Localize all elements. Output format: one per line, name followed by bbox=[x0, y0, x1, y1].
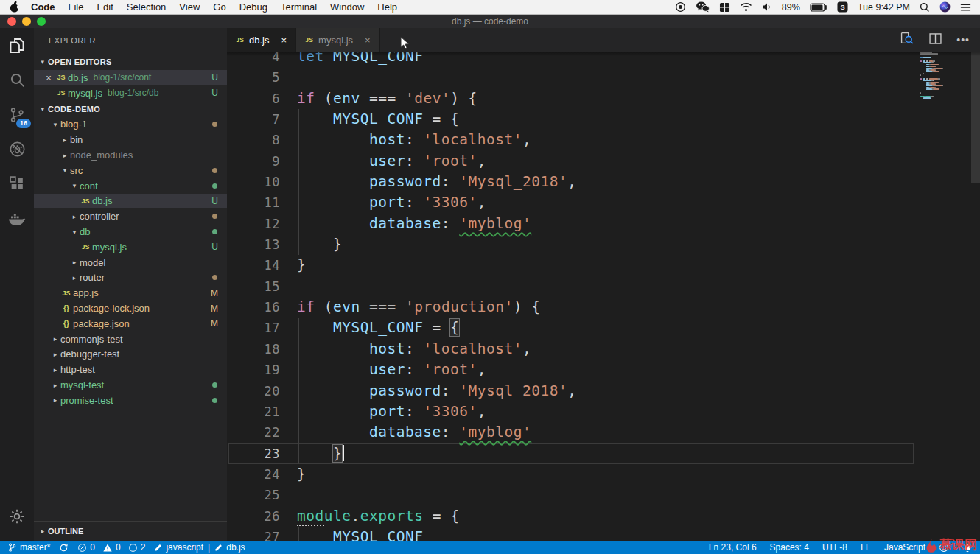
tree-folder-model[interactable]: ▸model bbox=[34, 255, 227, 270]
tree-file-package-lock-json[interactable]: {}package-lock.jsonM bbox=[34, 301, 227, 316]
volume-icon[interactable] bbox=[762, 2, 772, 12]
sync-icon[interactable] bbox=[59, 543, 69, 553]
problems-indicator[interactable]: 0 0 2 bbox=[77, 542, 145, 553]
code-line-4[interactable]: 4let MYSQL_CONF bbox=[227, 52, 980, 67]
source-control-icon[interactable]: 16 bbox=[0, 97, 34, 132]
debug-disabled-icon[interactable] bbox=[0, 132, 34, 166]
code-line-21[interactable]: 21 port: '3306', bbox=[227, 402, 980, 422]
feedback-smiley-icon[interactable] bbox=[939, 542, 949, 553]
tree-file-mysql-js[interactable]: JSmysql.jsU bbox=[34, 239, 227, 255]
menu-edit[interactable]: Edit bbox=[90, 1, 119, 13]
tree-folder-bin[interactable]: ▸bin bbox=[34, 132, 227, 147]
apple-menu-icon[interactable] bbox=[9, 1, 20, 13]
s-app-icon[interactable]: S bbox=[837, 1, 848, 13]
close-window-button[interactable] bbox=[7, 17, 16, 26]
notifications-bell-icon[interactable] bbox=[962, 542, 973, 553]
more-actions-icon[interactable]: ••• bbox=[956, 34, 970, 46]
code-line-25[interactable]: 25 bbox=[227, 485, 980, 505]
code-line-19[interactable]: 19 user: 'root', bbox=[227, 360, 980, 380]
code-line-24[interactable]: 24} bbox=[227, 464, 980, 485]
menu-selection[interactable]: Selection bbox=[120, 1, 172, 13]
screen-record-icon[interactable] bbox=[675, 1, 686, 13]
code-line-11[interactable]: 11 port: '3306', bbox=[227, 192, 980, 213]
menu-terminal[interactable]: Terminal bbox=[274, 1, 323, 13]
code-line-17[interactable]: 17 MYSQL_CONF = { bbox=[227, 318, 980, 338]
code-line-12[interactable]: 12 database: 'myblog' bbox=[227, 214, 980, 234]
outline-section-header[interactable]: ▸ OUTLINE bbox=[34, 521, 227, 541]
code-line-10[interactable]: 10 password: 'Mysql_2018', bbox=[227, 172, 980, 192]
scrollbar-slider[interactable] bbox=[971, 52, 980, 183]
zoom-window-button[interactable] bbox=[37, 17, 46, 26]
search-icon[interactable] bbox=[0, 63, 34, 97]
code-line-16[interactable]: 16if (evn === 'production') { bbox=[227, 297, 980, 318]
code-line-5[interactable]: 5 bbox=[227, 67, 980, 88]
folder-section-header[interactable]: ▾ CODE-DEMO bbox=[34, 101, 227, 117]
open-editor-item[interactable]: ×JSdb.jsblog-1/src/confU bbox=[34, 70, 227, 85]
tree-folder-conf[interactable]: ▾conf bbox=[34, 178, 227, 194]
code-line-15[interactable]: 15 bbox=[227, 276, 980, 297]
linter-status[interactable]: javascript | db.js bbox=[154, 542, 245, 553]
tab-db-js[interactable]: JSdb.js× bbox=[227, 28, 296, 52]
tree-file-package-json[interactable]: {}package.jsonM bbox=[34, 316, 227, 332]
tree-folder-controller[interactable]: ▸controller bbox=[34, 208, 227, 224]
code-line-14[interactable]: 14} bbox=[227, 255, 980, 276]
git-branch-indicator[interactable]: master* bbox=[7, 542, 50, 553]
eol-setting[interactable]: LF bbox=[861, 542, 871, 553]
code-line-7[interactable]: 7 MYSQL_CONF = { bbox=[227, 109, 980, 130]
tab-close-icon[interactable]: × bbox=[281, 35, 287, 46]
open-editors-header[interactable]: ▾ OPEN EDITORS bbox=[34, 54, 227, 70]
menu-window[interactable]: Window bbox=[323, 1, 371, 13]
wechat-icon[interactable] bbox=[696, 1, 710, 13]
wifi-icon[interactable] bbox=[740, 2, 752, 12]
tab-close-icon[interactable]: × bbox=[365, 35, 371, 46]
tree-folder-blog-1[interactable]: ▾blog-1 bbox=[34, 117, 227, 133]
tree-folder-commonjs-test[interactable]: ▸commonjs-test bbox=[34, 332, 227, 347]
code-line-20[interactable]: 20 password: 'Mysql_2018', bbox=[227, 381, 980, 402]
tree-file-app-js[interactable]: JSapp.jsM bbox=[34, 285, 227, 301]
code-line-26[interactable]: 26module.exports = { bbox=[227, 506, 980, 527]
notification-center-icon[interactable] bbox=[960, 3, 971, 12]
code-line-18[interactable]: 18 host: 'localhost', bbox=[227, 339, 980, 360]
extensions-icon[interactable] bbox=[0, 166, 34, 201]
tree-folder-src[interactable]: ▾src bbox=[34, 163, 227, 178]
language-mode[interactable]: JavaScript bbox=[884, 542, 925, 553]
minimap[interactable] bbox=[917, 52, 971, 541]
split-editor-icon[interactable] bbox=[928, 31, 943, 49]
encoding-setting[interactable]: UTF-8 bbox=[822, 542, 847, 553]
menu-debug[interactable]: Debug bbox=[233, 1, 274, 13]
find-in-file-icon[interactable] bbox=[898, 30, 914, 49]
tree-folder-http-test[interactable]: ▸http-test bbox=[34, 362, 227, 377]
code-line-9[interactable]: 9 user: 'root', bbox=[227, 151, 980, 172]
minimize-window-button[interactable] bbox=[22, 17, 31, 26]
tree-file-db-js[interactable]: JSdb.jsU bbox=[34, 194, 227, 209]
tree-folder-node-modules[interactable]: ▸node_modules bbox=[34, 147, 227, 163]
window-panes-icon[interactable] bbox=[719, 2, 730, 13]
menu-help[interactable]: Help bbox=[371, 1, 404, 13]
open-editor-item[interactable]: JSmysql.jsblog-1/src/dbU bbox=[34, 85, 227, 101]
tree-folder-router[interactable]: ▸router bbox=[34, 270, 227, 286]
tree-folder-db[interactable]: ▾db bbox=[34, 224, 227, 239]
menu-view[interactable]: View bbox=[172, 1, 206, 13]
siri-icon[interactable] bbox=[939, 1, 951, 13]
code-line-22[interactable]: 22 database: 'myblog' bbox=[227, 422, 980, 443]
code-line-6[interactable]: 6if (env === 'dev') { bbox=[227, 88, 980, 109]
code-line-13[interactable]: 13 } bbox=[227, 234, 980, 255]
tab-mysql-js[interactable]: JSmysql.js× bbox=[296, 28, 380, 52]
code-editor[interactable]: 4let MYSQL_CONF56if (env === 'dev') {7 M… bbox=[227, 52, 980, 541]
code-line-23[interactable]: 23 } bbox=[227, 443, 980, 464]
close-icon[interactable]: × bbox=[43, 72, 55, 83]
explorer-icon[interactable] bbox=[0, 28, 34, 63]
cursor-position[interactable]: Ln 23, Col 6 bbox=[709, 542, 757, 553]
indentation-setting[interactable]: Spaces: 4 bbox=[770, 542, 809, 553]
menu-code[interactable]: Code bbox=[24, 1, 62, 13]
code-line-8[interactable]: 8 host: 'localhost', bbox=[227, 130, 980, 150]
tree-folder-debugger-test[interactable]: ▸debugger-test bbox=[34, 347, 227, 362]
tree-folder-promise-test[interactable]: ▸promise-test bbox=[34, 393, 227, 408]
code-line-27[interactable]: 27 MYSQL_CONF bbox=[227, 527, 980, 541]
docker-icon[interactable] bbox=[0, 201, 34, 236]
menu-go[interactable]: Go bbox=[206, 1, 232, 13]
menubar-clock[interactable]: Tue 9:42 PM bbox=[858, 2, 910, 13]
settings-gear-icon[interactable] bbox=[0, 499, 34, 533]
spotlight-search-icon[interactable] bbox=[920, 2, 930, 13]
tree-folder-mysql-test[interactable]: ▸mysql-test bbox=[34, 377, 227, 393]
